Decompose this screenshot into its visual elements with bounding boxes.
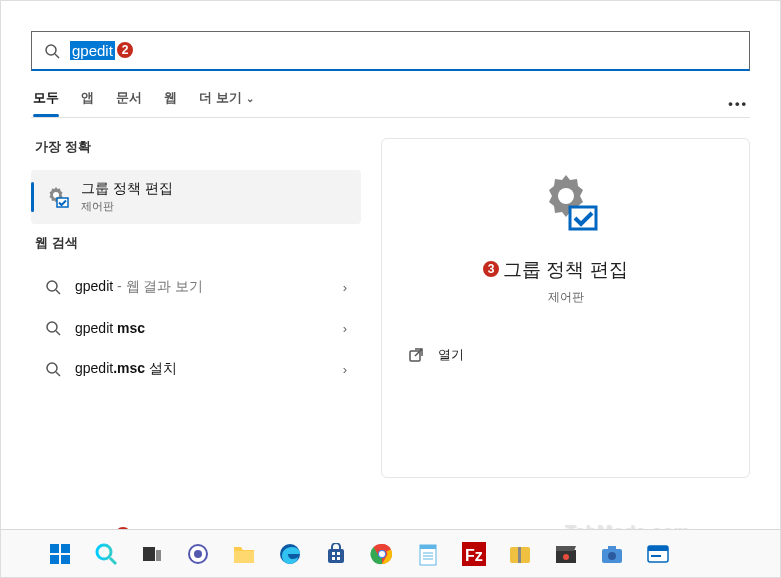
store-icon	[325, 543, 347, 565]
svg-point-32	[379, 551, 385, 557]
svg-point-17	[97, 545, 111, 559]
svg-rect-27	[337, 552, 340, 555]
chrome[interactable]	[363, 535, 401, 573]
search-icon	[44, 43, 60, 59]
chat-icon	[187, 543, 209, 565]
svg-rect-46	[608, 546, 616, 550]
web-result-text: gpedit - 웹 결과 보기	[75, 278, 343, 296]
svg-rect-28	[332, 557, 335, 560]
svg-point-4	[47, 281, 57, 291]
svg-point-8	[47, 363, 57, 373]
camera-app[interactable]	[593, 535, 631, 573]
svg-rect-41	[518, 547, 521, 563]
filezilla[interactable]: Fz	[455, 535, 493, 573]
chat[interactable]	[179, 535, 217, 573]
chevron-right-icon: ›	[343, 321, 347, 336]
run-icon	[646, 544, 670, 564]
result-subtitle: 제어판	[81, 199, 349, 214]
camera-icon	[600, 543, 624, 565]
divider	[31, 117, 750, 118]
store[interactable]	[317, 535, 355, 573]
svg-point-45	[608, 552, 616, 560]
tab-more[interactable]: 더 보기 ⌄	[199, 89, 254, 117]
svg-rect-3	[57, 198, 68, 207]
svg-line-9	[56, 372, 60, 376]
preview-subtitle: 제어판	[402, 289, 729, 306]
search-query-highlight: gpedit	[70, 41, 115, 60]
preview-title: 그룹 정책 편집	[402, 257, 729, 283]
svg-rect-15	[50, 555, 59, 564]
search-icon	[45, 320, 61, 336]
svg-text:Fz: Fz	[465, 547, 483, 564]
start-button[interactable]	[41, 535, 79, 573]
svg-rect-29	[337, 557, 340, 560]
svg-rect-49	[651, 555, 661, 557]
chevron-right-icon: ›	[343, 362, 347, 377]
web-result-text: gpedit.msc 설치	[75, 360, 343, 378]
annotation-badge-3: 3	[481, 259, 501, 279]
movie-app[interactable]	[547, 535, 585, 573]
svg-rect-25	[328, 549, 344, 563]
chevron-down-icon: ⌄	[246, 93, 254, 104]
annotation-badge-2: 2	[115, 40, 135, 60]
svg-rect-13	[50, 544, 59, 553]
taskbar-search[interactable]	[87, 535, 125, 573]
search-icon	[93, 541, 119, 567]
more-options-button[interactable]: •••	[728, 96, 748, 111]
tab-docs[interactable]: 문서	[116, 89, 142, 117]
result-title: 그룹 정책 편집	[81, 180, 349, 198]
svg-point-22	[194, 550, 202, 558]
svg-point-43	[563, 554, 569, 560]
notepad-icon	[417, 542, 439, 566]
svg-rect-23	[234, 551, 254, 563]
svg-point-6	[47, 322, 57, 332]
app-yellow[interactable]	[501, 535, 539, 573]
result-group-policy[interactable]: 그룹 정책 편집 제어판	[31, 170, 361, 224]
chevron-right-icon: ›	[343, 280, 347, 295]
svg-point-0	[46, 45, 56, 55]
svg-line-1	[55, 54, 59, 58]
tab-all[interactable]: 모두	[33, 89, 59, 117]
section-web-search: 웹 검색	[31, 234, 361, 252]
svg-rect-16	[61, 555, 70, 564]
notepad[interactable]	[409, 535, 447, 573]
edge[interactable]	[271, 535, 309, 573]
filter-tabs: 모두 앱 문서 웹 더 보기 ⌄ •••	[1, 71, 780, 117]
file-explorer[interactable]	[225, 535, 263, 573]
task-view[interactable]	[133, 535, 171, 573]
run-dialog[interactable]	[639, 535, 677, 573]
svg-line-18	[110, 558, 116, 564]
web-result-1[interactable]: gpedit - 웹 결과 보기 ›	[31, 266, 361, 308]
open-external-icon	[408, 347, 424, 363]
open-label: 열기	[438, 346, 464, 364]
gear-check-icon	[43, 184, 69, 210]
web-result-2[interactable]: gpedit msc ›	[31, 308, 361, 348]
open-action[interactable]: 열기	[402, 336, 729, 374]
svg-point-10	[558, 188, 574, 204]
web-result-text: gpedit msc	[75, 320, 343, 336]
edge-icon	[278, 542, 302, 566]
svg-rect-34	[420, 545, 436, 549]
svg-rect-14	[61, 544, 70, 553]
preview-panel: 그룹 정책 편집 제어판 열기	[381, 138, 750, 478]
svg-line-7	[56, 331, 60, 335]
chrome-icon	[370, 542, 394, 566]
tab-apps[interactable]: 앱	[81, 89, 94, 117]
svg-rect-26	[332, 552, 335, 555]
svg-rect-20	[156, 550, 161, 561]
section-best-match: 가장 정확	[31, 138, 361, 156]
folder-icon	[232, 543, 256, 565]
taskbar: Fz	[1, 529, 780, 577]
svg-point-2	[53, 192, 59, 198]
tab-web[interactable]: 웹	[164, 89, 177, 117]
svg-rect-19	[143, 547, 155, 561]
tab-more-label: 더 보기	[199, 89, 242, 107]
web-result-3[interactable]: gpedit.msc 설치 ›	[31, 348, 361, 390]
results-panel: 가장 정확 그룹 정책 편집 제어판 웹 검색 gpedit - 웹 결과 보기…	[31, 138, 361, 478]
clapper-icon	[554, 543, 578, 565]
gear-check-icon-large	[402, 169, 729, 237]
svg-rect-48	[648, 546, 668, 551]
windows-icon	[48, 542, 72, 566]
search-icon	[45, 361, 61, 377]
search-input[interactable]: gpedit	[31, 31, 750, 71]
